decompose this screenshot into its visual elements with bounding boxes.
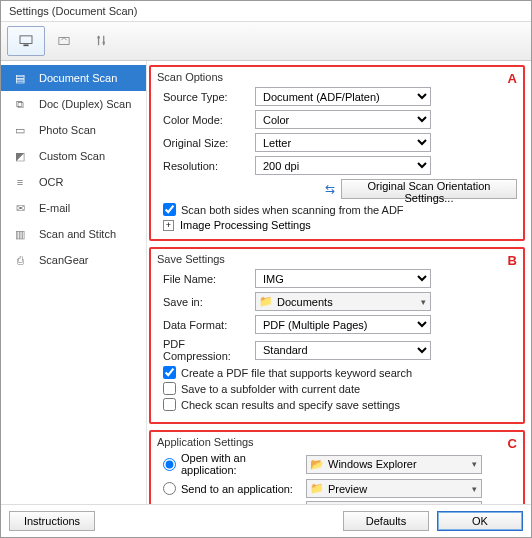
keyword-search-label: Create a PDF file that supports keyword … xyxy=(181,367,412,379)
sidebar-item-label: Scan and Stitch xyxy=(39,228,116,240)
general-settings-tab[interactable] xyxy=(83,26,121,56)
original-size-select[interactable]: Letter xyxy=(255,133,431,152)
orientation-settings-button[interactable]: Original Scan Orientation Settings... xyxy=(341,179,517,199)
sidebar-item-email[interactable]: ✉ E-mail xyxy=(1,195,146,221)
sidebar-item-label: Document Scan xyxy=(39,72,117,84)
application-settings-group: Application Settings C Open with an appl… xyxy=(149,430,525,504)
preview-icon: 📁 xyxy=(310,482,324,495)
save-in-value: Documents xyxy=(277,296,333,308)
scangear-icon: ⎙ xyxy=(9,252,31,268)
open-with-app-radio[interactable] xyxy=(163,458,176,471)
sidebar-item-scangear[interactable]: ⎙ ScanGear xyxy=(1,247,146,273)
sidebar-item-duplex-scan[interactable]: ⧉ Doc (Duplex) Scan xyxy=(1,91,146,117)
sidebar-item-label: Photo Scan xyxy=(39,124,96,136)
send-to-app-radio[interactable] xyxy=(163,482,176,495)
explorer-icon: 📂 xyxy=(310,458,324,471)
window-title: Settings (Document Scan) xyxy=(1,1,531,22)
sidebar: ▤ Document Scan ⧉ Doc (Duplex) Scan ▭ Ph… xyxy=(1,61,147,504)
group-title: Save Settings xyxy=(157,253,517,265)
file-name-label: File Name: xyxy=(157,273,249,285)
check-results-checkbox[interactable] xyxy=(163,398,176,411)
sidebar-item-label: ScanGear xyxy=(39,254,89,266)
svg-rect-0 xyxy=(20,36,32,44)
pdf-compression-select[interactable]: Standard xyxy=(255,341,431,360)
sidebar-item-stitch[interactable]: ▥ Scan and Stitch xyxy=(1,221,146,247)
scan-options-group: Scan Options A Source Type: Document (AD… xyxy=(149,65,525,241)
document-scan-icon: ▤ xyxy=(9,70,31,86)
source-type-select[interactable]: Document (ADF/Platen) xyxy=(255,87,431,106)
sidebar-item-document-scan[interactable]: ▤ Document Scan xyxy=(1,65,146,91)
defaults-button[interactable]: Defaults xyxy=(343,511,429,531)
file-name-input[interactable]: IMG xyxy=(255,269,431,288)
monitor-icon xyxy=(19,35,33,47)
sidebar-item-label: Custom Scan xyxy=(39,150,105,162)
source-type-label: Source Type: xyxy=(157,91,249,103)
scan-to-computer-tab[interactable] xyxy=(7,26,45,56)
color-mode-select[interactable]: Color xyxy=(255,110,431,129)
group-title: Application Settings xyxy=(157,436,517,448)
annotation-b: B xyxy=(508,253,517,268)
open-with-app-label: Open with an application: xyxy=(181,452,301,476)
ok-button[interactable]: OK xyxy=(437,511,523,531)
image-processing-label: Image Processing Settings xyxy=(180,219,311,231)
device-icon xyxy=(57,35,71,47)
folder-icon: 📁 xyxy=(259,295,273,308)
tools-icon xyxy=(95,35,109,47)
check-results-label: Check scan results and specify save sett… xyxy=(181,399,400,411)
group-title: Scan Options xyxy=(157,71,517,83)
resolution-label: Resolution: xyxy=(157,160,249,172)
data-format-label: Data Format: xyxy=(157,319,249,331)
save-in-select[interactable]: 📁 Documents xyxy=(255,292,431,311)
resolution-select[interactable]: 200 dpi xyxy=(255,156,431,175)
svg-rect-1 xyxy=(23,44,28,46)
sidebar-item-label: Doc (Duplex) Scan xyxy=(39,98,131,110)
annotation-a: A xyxy=(508,71,517,86)
scan-both-sides-checkbox[interactable] xyxy=(163,203,176,216)
bottom-bar: Instructions Defaults OK xyxy=(1,504,531,537)
send-to-app-label: Send to an application: xyxy=(181,483,301,495)
sidebar-item-custom-scan[interactable]: ◩ Custom Scan xyxy=(1,143,146,169)
sidebar-item-label: E-mail xyxy=(39,202,70,214)
scan-both-sides-label: Scan both sides when scanning from the A… xyxy=(181,204,404,216)
svg-point-3 xyxy=(97,36,100,39)
send-to-app-select[interactable]: 📁 Preview xyxy=(306,479,482,498)
custom-icon: ◩ xyxy=(9,148,31,164)
color-mode-label: Color Mode: xyxy=(157,114,249,126)
scan-to-device-tab[interactable] xyxy=(45,26,83,56)
expand-image-processing[interactable]: + xyxy=(163,220,174,231)
svg-rect-2 xyxy=(59,38,69,45)
data-format-select[interactable]: PDF (Multiple Pages) xyxy=(255,315,431,334)
save-settings-group: Save Settings B File Name: IMG Save in: … xyxy=(149,247,525,424)
keyword-search-checkbox[interactable] xyxy=(163,366,176,379)
send-to-folder-select[interactable]: ☁ OneDrive xyxy=(306,501,482,504)
pdf-compression-label: PDF Compression: xyxy=(157,338,249,362)
sidebar-item-label: OCR xyxy=(39,176,63,188)
swap-icon[interactable]: ⇆ xyxy=(325,182,335,196)
original-size-label: Original Size: xyxy=(157,137,249,149)
photo-icon: ▭ xyxy=(9,122,31,138)
ocr-icon: ≡ xyxy=(9,174,31,190)
subfolder-label: Save to a subfolder with current date xyxy=(181,383,360,395)
annotation-c: C xyxy=(508,436,517,451)
sidebar-item-ocr[interactable]: ≡ OCR xyxy=(1,169,146,195)
svg-point-4 xyxy=(102,41,105,44)
save-in-label: Save in: xyxy=(157,296,249,308)
open-with-app-select[interactable]: 📂 Windows Explorer xyxy=(306,455,482,474)
duplex-icon: ⧉ xyxy=(9,96,31,112)
top-toolbar xyxy=(1,22,531,61)
sidebar-item-photo-scan[interactable]: ▭ Photo Scan xyxy=(1,117,146,143)
stitch-icon: ▥ xyxy=(9,226,31,242)
instructions-button[interactable]: Instructions xyxy=(9,511,95,531)
email-icon: ✉ xyxy=(9,200,31,216)
subfolder-checkbox[interactable] xyxy=(163,382,176,395)
